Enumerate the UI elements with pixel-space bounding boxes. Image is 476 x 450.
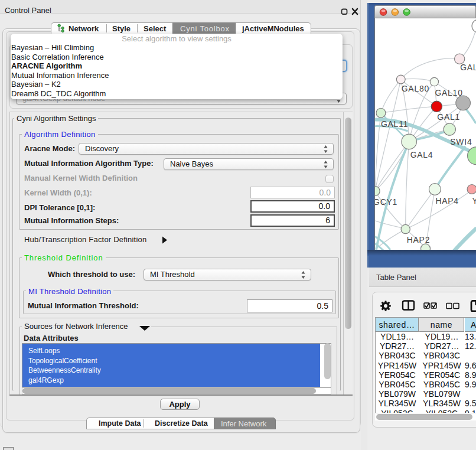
svg-text:GAL10: GAL10 <box>435 88 462 97</box>
svg-text:GAL11: GAL11 <box>381 119 408 129</box>
svg-text:GCY1: GCY1 <box>374 197 397 207</box>
svg-text:SWI4: SWI4 <box>450 137 472 146</box>
svg-text:GAL80: GAL80 <box>402 84 429 93</box>
svg-text:HAP4: HAP4 <box>435 196 459 206</box>
svg-text:GAL1: GAL1 <box>437 112 460 122</box>
svg-text:GAL7: GAL7 <box>460 63 476 72</box>
svg-text:GAL4: GAL4 <box>410 150 433 159</box>
svg-text:HAP2: HAP2 <box>407 235 431 244</box>
svg-text:Y: Y <box>472 196 476 206</box>
